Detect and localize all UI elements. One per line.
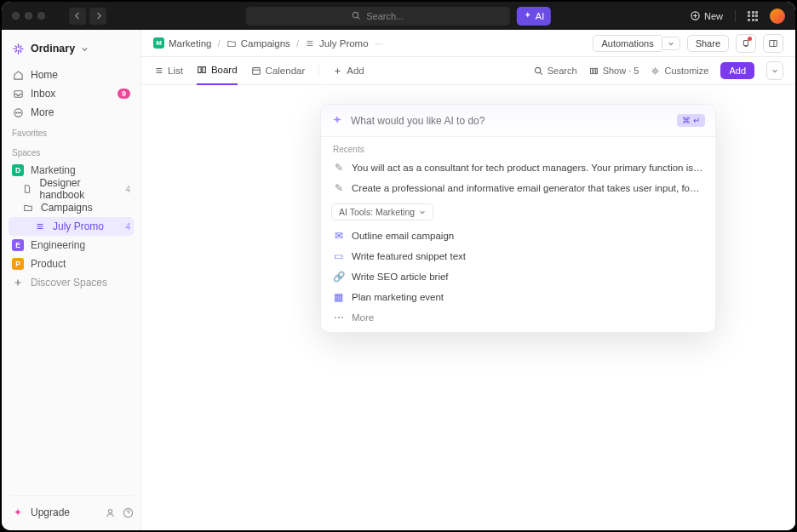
svg-point-5	[17, 112, 18, 112]
svg-rect-10	[770, 40, 777, 46]
pencil-icon: ✎	[333, 162, 344, 174]
card-icon: ▭	[333, 250, 344, 262]
marketing-icon: M	[153, 37, 164, 49]
ai-prompt-input[interactable]	[351, 115, 669, 127]
customize-button[interactable]: Customize	[651, 66, 708, 76]
close-dot[interactable]	[12, 12, 20, 20]
more-tools[interactable]: ⋯More	[321, 307, 715, 332]
search-icon	[534, 66, 543, 76]
view-list[interactable]: List	[153, 66, 183, 76]
share-button[interactable]: Share	[687, 35, 729, 52]
shortcut-hint: ⌘ ↵	[677, 114, 705, 127]
list-icon	[305, 38, 315, 49]
plus-icon	[333, 66, 342, 76]
svg-point-0	[353, 12, 358, 17]
nav-forward[interactable]	[89, 8, 106, 25]
link-icon: 🔗	[333, 271, 344, 283]
sidebar-designer-handbook[interactable]: Designer handbook 4	[9, 180, 134, 198]
board-view-icon	[197, 65, 207, 75]
svg-rect-15	[590, 68, 592, 73]
nav-back[interactable]	[69, 8, 86, 25]
ai-tools-chip[interactable]: AI Tools: Marketing	[331, 203, 433, 220]
inbox-icon	[13, 89, 24, 100]
sidebar: Ordinary Home Inbox 9 More Favorites Spa…	[2, 30, 141, 530]
svg-rect-9	[743, 40, 748, 45]
svg-point-7	[108, 509, 112, 512]
add-button[interactable]: Add	[720, 62, 754, 79]
svg-rect-11	[198, 67, 201, 73]
product-space-icon: P	[12, 258, 24, 270]
titlebar: Search... AI New	[2, 2, 795, 30]
more-icon[interactable]: ···	[376, 38, 384, 49]
sidebar-july-promo[interactable]: July Promo 4	[9, 217, 134, 236]
show-columns[interactable]: Show · 5	[589, 66, 639, 76]
tool-plan-event[interactable]: ▦Plan marketing event	[321, 287, 715, 307]
notifications-button[interactable]	[736, 34, 756, 53]
tool-seo-brief[interactable]: 🔗Write SEO article brief	[321, 266, 715, 287]
add-view[interactable]: Add	[333, 66, 364, 76]
space-engineering[interactable]: E Engineering	[9, 236, 134, 255]
sparkle-icon	[524, 12, 532, 20]
sidebar-icon	[768, 38, 778, 49]
sidebar-home[interactable]: Home	[9, 66, 134, 84]
sidebar-inbox[interactable]: Inbox 9	[9, 84, 134, 103]
panel-toggle[interactable]	[763, 34, 783, 53]
view-board[interactable]: Board	[197, 57, 238, 85]
min-dot[interactable]	[25, 12, 32, 20]
pencil-icon: ✎	[333, 182, 344, 194]
marketing-space-icon: D	[12, 164, 24, 176]
ai-input-row: ⌘ ↵	[321, 105, 715, 137]
recent-item-2[interactable]: ✎Create a professional and informative e…	[321, 178, 715, 198]
window-controls	[12, 12, 45, 20]
spaces-heading: Spaces	[9, 141, 134, 161]
folder-icon	[23, 203, 33, 213]
recent-item-1[interactable]: ✎You will act as a consultant for tech p…	[321, 157, 715, 178]
discover-spaces[interactable]: Discover Spaces	[9, 273, 134, 292]
svg-rect-17	[595, 68, 597, 73]
svg-rect-12	[203, 67, 205, 73]
workspace-switcher[interactable]: Ordinary	[9, 38, 134, 59]
add-dropdown[interactable]	[766, 61, 783, 80]
svg-point-14	[535, 67, 540, 72]
automations-dropdown[interactable]	[662, 37, 680, 50]
workspace-logo-icon	[12, 43, 25, 55]
view-calendar[interactable]: Calendar	[251, 66, 306, 76]
apps-icon[interactable]	[748, 11, 758, 21]
plus-icon	[13, 277, 23, 288]
new-button[interactable]: New	[691, 11, 723, 21]
gear-icon	[651, 66, 660, 76]
crumb-july-promo[interactable]: July Promo	[305, 38, 369, 49]
search-input[interactable]: Search...	[246, 7, 510, 26]
help-icon[interactable]	[123, 507, 134, 518]
calendar-icon: ▦	[333, 291, 344, 303]
breadcrumb-bar: M Marketing / Campaigns / July Promo ···…	[141, 30, 795, 57]
upgrade-button[interactable]: ✦ Upgrade	[9, 503, 98, 522]
user-icon[interactable]	[105, 507, 116, 518]
chevron-down-icon	[81, 45, 89, 53]
avatar[interactable]	[770, 9, 785, 24]
chevron-down-icon	[419, 209, 426, 215]
favorites-heading: Favorites	[9, 122, 134, 141]
automations-button[interactable]: Automations	[593, 35, 661, 52]
more-icon	[13, 107, 24, 118]
svg-point-4	[15, 112, 16, 112]
doc-icon	[22, 184, 32, 194]
engineering-space-icon: E	[12, 239, 24, 251]
tool-outline-email[interactable]: ✉Outline email campaign	[321, 226, 715, 246]
sidebar-more[interactable]: More	[9, 103, 134, 122]
space-product[interactable]: P Product	[9, 255, 134, 273]
tool-featured-snippet[interactable]: ▭Write featured snippet text	[321, 246, 715, 266]
dots-icon: ⋯	[333, 312, 344, 323]
crumb-campaigns[interactable]: Campaigns	[226, 38, 290, 49]
search-view[interactable]: Search	[534, 66, 577, 76]
ai-button[interactable]: AI	[517, 7, 551, 26]
crumb-marketing[interactable]: M Marketing	[153, 37, 212, 49]
svg-rect-16	[593, 68, 594, 73]
sidebar-campaigns[interactable]: Campaigns	[9, 198, 134, 217]
calendar-view-icon	[251, 66, 261, 76]
max-dot[interactable]	[37, 12, 45, 20]
search-icon	[352, 11, 361, 20]
chevron-down-icon	[771, 67, 778, 74]
notification-dot	[748, 37, 752, 41]
search-placeholder: Search...	[366, 11, 404, 21]
